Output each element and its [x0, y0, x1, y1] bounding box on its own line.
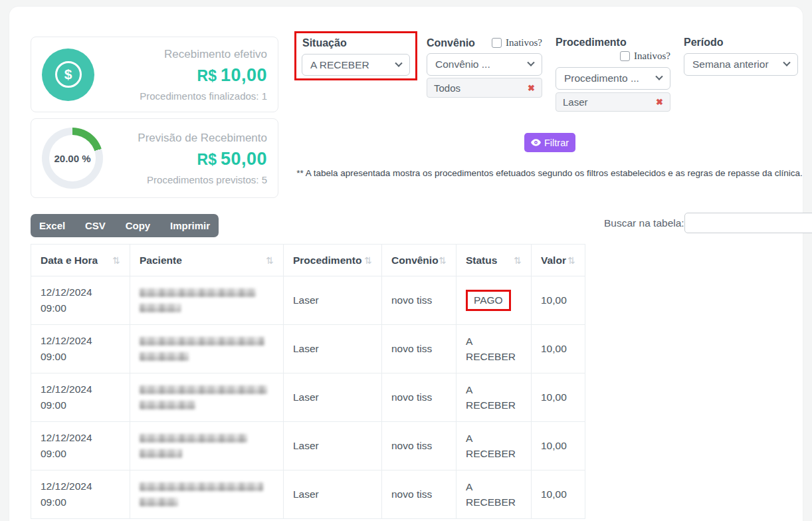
situacao-highlight-annotation: Situação A RECEBER — [294, 31, 417, 80]
cell-time: 09:00 — [41, 349, 92, 365]
sort-icon: ⇅ — [514, 255, 522, 266]
csv-button[interactable]: CSV — [85, 220, 106, 231]
cell-date: 12/12/2024 — [41, 430, 92, 446]
dollar-circle-icon: $ — [42, 49, 94, 101]
filtrar-button[interactable]: Filtrar — [524, 133, 575, 152]
procedimento-filter-group: Procedimento Inativos? Procedimento ... … — [556, 37, 670, 112]
table-header-row: Data e Hora⇅ Paciente⇅ Procedimento⇅ Con… — [31, 245, 585, 276]
cell-status: A RECEBER — [466, 334, 514, 364]
situacao-select[interactable]: A RECEBER — [302, 54, 410, 76]
cell-convenio: novo tiss — [382, 325, 457, 373]
sort-icon: ⇅ — [364, 255, 372, 266]
cell-value: 10,00 — [532, 325, 585, 373]
remove-tag-icon[interactable]: ✖ — [656, 97, 663, 107]
cell-time: 09:00 — [41, 446, 92, 462]
table-note: ** A tabela apresentada mostra os proced… — [295, 168, 804, 178]
convenio-filter-group: Convênio Inativos? Convênio ... Todos ✖ — [427, 37, 542, 98]
sort-icon: ⇅ — [112, 255, 120, 266]
table-row: 12/12/202409:00 Laser novo tiss A RECEBE… — [31, 373, 585, 421]
forecast-receipt-card: 20.00 % Previsão de Recebimento R$50,00 … — [31, 118, 278, 198]
cell-procedure: Laser — [284, 325, 382, 373]
column-header-status[interactable]: Status⇅ — [457, 245, 532, 276]
content-panel: $ Recebimento efetivo R$10,00 Procedimen… — [9, 7, 803, 521]
procedimento-selected-tag: Laser ✖ — [556, 92, 670, 112]
redacted-patient-name — [140, 482, 263, 491]
situacao-selected-value: A RECEBER — [310, 59, 369, 71]
cell-date: 12/12/2024 — [41, 381, 92, 397]
dollar-sign-icon: $ — [55, 61, 82, 88]
procedures-table: Data e Hora⇅ Paciente⇅ Procedimento⇅ Con… — [31, 244, 585, 519]
column-header-procedimento[interactable]: Procedimento⇅ — [284, 245, 382, 276]
cell-procedure: Laser — [284, 470, 382, 518]
card-amount: R$50,00 — [103, 149, 267, 169]
effective-receipt-card: $ Recebimento efetivo R$10,00 Procedimen… — [31, 37, 278, 112]
redacted-patient-name — [140, 449, 182, 458]
chevron-down-icon — [655, 73, 662, 80]
redacted-patient-name — [140, 337, 264, 346]
procedimento-inativos-label: Inativos? — [634, 51, 670, 62]
cell-date: 12/12/2024 — [41, 478, 92, 494]
table-search-input[interactable] — [684, 213, 812, 233]
periodo-selected-value: Semana anterior — [692, 58, 769, 70]
cell-convenio: novo tiss — [382, 373, 457, 421]
currency-prefix: R$ — [197, 67, 217, 84]
cell-convenio: novo tiss — [382, 422, 457, 470]
column-header-paciente[interactable]: Paciente⇅ — [130, 245, 284, 276]
table-row: 12/12/202409:00 Laser novo tiss A RECEBE… — [31, 470, 585, 518]
chevron-down-icon — [395, 59, 402, 66]
currency-prefix: R$ — [197, 151, 217, 168]
procedimento-select[interactable]: Procedimento ... — [556, 67, 670, 90]
cell-value: 10,00 — [532, 373, 585, 421]
excel-button[interactable]: Excel — [39, 220, 65, 231]
redacted-patient-name — [140, 304, 181, 312]
situacao-label: Situação — [302, 37, 415, 49]
remove-tag-icon[interactable]: ✖ — [528, 83, 535, 93]
column-label: Convênio — [391, 255, 439, 266]
column-header-data-e-hora[interactable]: Data e Hora⇅ — [31, 245, 130, 276]
column-label: Procedimento — [293, 255, 361, 266]
redacted-patient-name — [140, 434, 247, 443]
chevron-down-icon — [527, 59, 534, 66]
convenio-inativos-label: Inativos? — [506, 37, 542, 49]
cell-procedure: Laser — [284, 422, 382, 470]
periodo-select[interactable]: Semana anterior — [684, 53, 798, 76]
column-label: Status — [466, 255, 497, 266]
periodo-filter-group: Período Semana anterior — [684, 37, 798, 76]
eye-icon — [531, 139, 541, 146]
amount-value: 50,00 — [221, 149, 267, 169]
card-amount: R$10,00 — [94, 65, 267, 86]
convenio-select[interactable]: Convênio ... — [427, 53, 542, 76]
sort-icon: ⇅ — [266, 255, 274, 266]
progress-donut: 20.00 % — [42, 128, 103, 189]
procedimento-placeholder: Procedimento ... — [564, 72, 639, 84]
convenio-tag-label: Todos — [434, 82, 460, 94]
redacted-patient-name — [140, 288, 256, 297]
convenio-label: Convênio — [427, 37, 475, 49]
cell-date: 12/12/2024 — [41, 284, 92, 300]
amount-value: 10,00 — [221, 65, 267, 85]
copy-button[interactable]: Copy — [126, 220, 151, 231]
sort-icon: ⇅ — [439, 255, 447, 266]
convenio-placeholder: Convênio ... — [435, 58, 490, 70]
cell-procedure: Laser — [284, 276, 382, 324]
convenio-inativos-checkbox[interactable] — [492, 38, 502, 48]
card-title: Recebimento efetivo — [94, 48, 267, 61]
column-header-valor[interactable]: Valor⇅ — [532, 245, 585, 276]
card-title: Previsão de Recebimento — [103, 132, 267, 145]
redacted-patient-name — [140, 498, 178, 506]
table-row: 12/12/202409:00 Laser novo tiss A RECEBE… — [31, 324, 585, 373]
chevron-down-icon — [783, 59, 790, 66]
column-label: Data e Hora — [41, 255, 98, 266]
redacted-patient-name — [140, 401, 195, 409]
cell-status: A RECEBER — [466, 479, 514, 510]
cell-time: 09:00 — [41, 494, 92, 510]
cell-status: A RECEBER — [466, 431, 514, 461]
imprimir-button[interactable]: Imprimir — [170, 220, 210, 231]
table-row: 12/12/202409:00 Laser novo tiss A RECEBE… — [31, 421, 585, 470]
procedimento-label: Procedimento — [556, 37, 627, 48]
status-highlight-annotation: PAGO — [466, 290, 511, 311]
cell-convenio: novo tiss — [382, 470, 457, 518]
filtrar-button-label: Filtrar — [544, 138, 569, 148]
column-header-convenio[interactable]: Convênio⇅ — [382, 245, 457, 276]
procedimento-inativos-checkbox[interactable] — [620, 51, 630, 61]
